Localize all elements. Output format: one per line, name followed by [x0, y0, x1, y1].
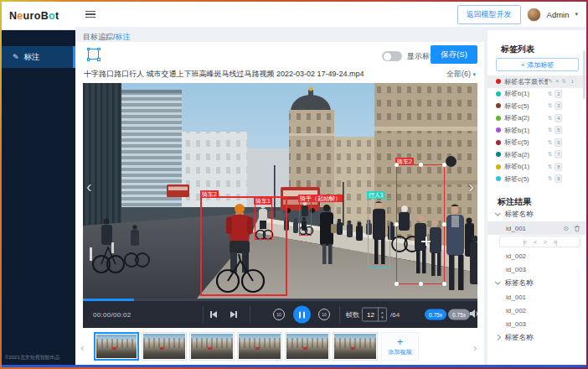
prev-video-arrow[interactable]: ‹	[86, 178, 92, 195]
result-tree: 标签名称 id_001 ⊙ |< < > >| id_002 id_003 标签…	[487, 207, 586, 345]
frame-stepper[interactable]: ▲▼	[378, 308, 386, 322]
resize-handle[interactable]	[442, 282, 446, 286]
sort-icon[interactable]: ⇅	[548, 102, 552, 109]
strip-right-arrow[interactable]: ›	[473, 341, 477, 354]
tag-row[interactable]: 标签c(5)⇅9	[487, 173, 586, 185]
tag-color-dot	[496, 79, 501, 84]
volume-icon[interactable]	[469, 307, 479, 322]
resize-handle[interactable]	[442, 222, 446, 226]
sort-icon[interactable]: ⇅	[562, 78, 566, 85]
forward-10-button[interactable]: 10	[318, 309, 330, 320]
resize-handle[interactable]	[395, 222, 399, 226]
show-annotation-toggle[interactable]	[382, 51, 402, 61]
delete-icon[interactable]: ×	[555, 78, 560, 85]
sort-icon[interactable]: ⇅	[548, 127, 552, 133]
caret-down-icon: ▾	[472, 71, 476, 77]
group-name: 标签名称	[505, 210, 534, 220]
result-group-header[interactable]: 标签名称	[487, 276, 586, 290]
next-frame-button[interactable]	[230, 311, 237, 318]
sort-icon[interactable]: ⇅	[548, 164, 552, 170]
filmstrip-thumb[interactable]	[333, 332, 378, 361]
result-item-selected[interactable]: id_001 ⊙	[487, 221, 586, 235]
pager-prev-icon[interactable]: <	[534, 239, 536, 245]
tag-row[interactable]: 标签a(2)⇅7	[487, 148, 586, 161]
result-id: id_003	[506, 320, 526, 328]
filmstrip-thumb[interactable]	[285, 332, 330, 361]
speed-pill[interactable]: 0.75x	[448, 309, 470, 320]
resize-handle[interactable]	[419, 163, 423, 167]
speed-pill-active[interactable]: 0.75x	[425, 309, 446, 320]
resize-handle[interactable]	[395, 163, 399, 167]
breadcrumb-parent[interactable]: 目标追踪	[83, 33, 113, 41]
scrollbar-thumb[interactable]	[583, 50, 585, 99]
visibility-icon[interactable]: ⊙	[563, 225, 569, 232]
filmstrip-thumb[interactable]	[189, 332, 235, 361]
tag-name: 标签c(5)	[504, 174, 548, 184]
sidebar-item-annotate[interactable]: ✎ 标注	[2, 46, 75, 68]
rect-select-tool[interactable]	[88, 49, 99, 60]
add-video-button[interactable]: + 添加视频	[381, 332, 419, 361]
rewind-10-button[interactable]: 10	[273, 309, 285, 320]
result-group-header[interactable]: 标签名称	[487, 330, 586, 345]
bounding-box[interactable]: 骑手（起始帧）	[299, 201, 312, 236]
add-tag-button[interactable]: + 添加标签	[496, 58, 579, 71]
bounding-box[interactable]: 行人1	[368, 198, 390, 268]
tag-name: 标签名字最长数…	[504, 77, 548, 86]
result-group-header[interactable]: 标签名称	[487, 207, 586, 221]
pause-button[interactable]	[293, 306, 311, 324]
bounding-box[interactable]: 骑车2	[200, 196, 287, 296]
tag-row[interactable]: 标签b(1)⇅5	[487, 124, 586, 137]
sort-icon[interactable]: ⇅	[548, 91, 552, 97]
frame-pager: |< < > >|	[499, 236, 580, 247]
menu-fold-icon[interactable]	[85, 8, 95, 19]
sort-icon[interactable]: ⇅	[548, 139, 552, 146]
avatar[interactable]	[527, 8, 541, 22]
prev-frame-button[interactable]	[210, 311, 217, 318]
logo-part: t	[55, 10, 59, 22]
bounding-box-selected[interactable]: 骑车2	[396, 164, 445, 284]
result-item[interactable]: id_003	[487, 262, 586, 276]
filmstrip-thumb[interactable]	[237, 332, 282, 361]
pager-last-icon[interactable]: >|	[554, 239, 556, 245]
username[interactable]: Admin	[547, 10, 570, 19]
result-item[interactable]: id_001	[487, 290, 586, 304]
filter-dropdown[interactable]: 全部(6) ▾	[446, 69, 476, 80]
plus-icon: +	[521, 61, 525, 69]
sort-icon[interactable]: ⇅	[548, 151, 552, 158]
filmstrip-thumb[interactable]	[142, 332, 187, 361]
resize-handle[interactable]	[442, 163, 446, 167]
app-logo: NeuroBot	[2, 2, 75, 30]
edit-icon[interactable]: ✎	[548, 78, 553, 85]
next-video-arrow[interactable]: ›	[468, 178, 474, 195]
save-button[interactable]: 保存(S)	[431, 45, 477, 64]
caret-down-icon[interactable]: ▾	[575, 11, 578, 18]
chevron-right-icon	[495, 335, 500, 340]
tag-row[interactable]: 标签c(5)⇅3	[487, 100, 586, 112]
resize-handle[interactable]	[395, 282, 399, 286]
strip-left-arrow[interactable]: ‹	[80, 341, 84, 354]
logo-part: N	[9, 10, 17, 22]
back-to-model-dev-button[interactable]: 返回模型开发	[457, 5, 521, 24]
tag-color-dot	[496, 152, 501, 157]
tag-list: 标签名字最长数… ✎ × ⇅ 1 标签b(1)⇅2 标签c(5)⇅3 标签a(2…	[487, 75, 586, 185]
filmstrip-thumb-selected[interactable]	[94, 332, 139, 361]
trash-icon[interactable]	[574, 225, 580, 232]
tag-row[interactable]: 标签b(1)⇅8	[487, 161, 586, 174]
result-id: id_002	[506, 307, 526, 314]
tag-color-dot	[496, 164, 501, 169]
bounding-box[interactable]: 骑车1	[255, 204, 272, 240]
sort-icon[interactable]: ⇅	[548, 175, 552, 182]
box-label: 行人1	[367, 191, 385, 199]
pager-first-icon[interactable]: |<	[524, 239, 526, 245]
result-item[interactable]: id_002	[487, 249, 586, 262]
tag-row[interactable]: 标签c(5)⇅6	[487, 137, 586, 149]
resize-handle[interactable]	[419, 282, 423, 286]
sort-icon[interactable]: ⇅	[548, 115, 552, 122]
tag-row[interactable]: 标签a(2)⇅4	[487, 112, 586, 125]
result-item[interactable]: id_002	[487, 304, 586, 317]
tag-row[interactable]: 标签b(1)⇅2	[487, 88, 586, 101]
tag-list-title: 标签列表	[501, 44, 534, 55]
tag-row[interactable]: 标签名字最长数… ✎ × ⇅ 1	[487, 75, 586, 88]
pager-next-icon[interactable]: >	[544, 239, 546, 245]
result-item[interactable]: id_003	[487, 317, 586, 330]
